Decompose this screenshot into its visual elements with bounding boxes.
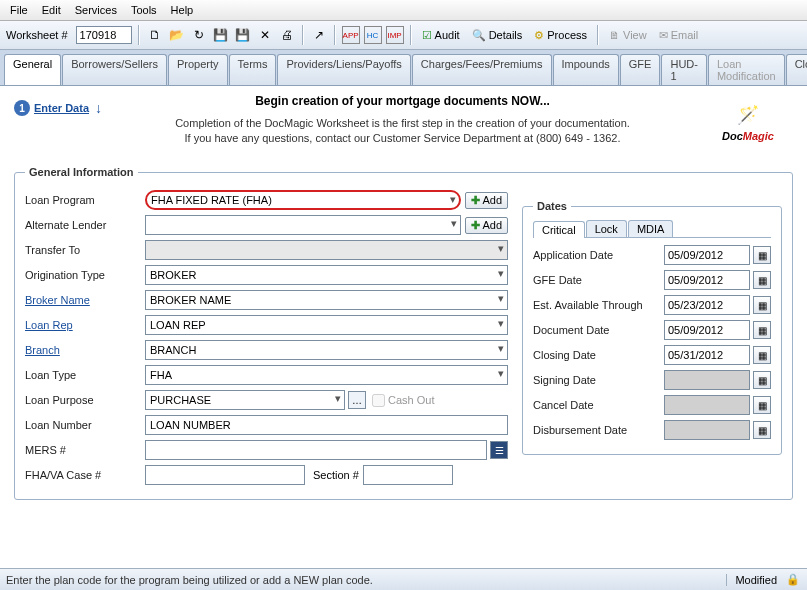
mers-input[interactable] xyxy=(145,440,487,460)
alternate-lender-add-button[interactable]: ✚Add xyxy=(465,217,508,234)
tab-property[interactable]: Property xyxy=(168,54,228,85)
new-icon[interactable]: 🗋 xyxy=(146,26,164,44)
hc-icon[interactable]: HC xyxy=(364,26,382,44)
loan-program-combo[interactable]: FHA FIXED RATE (FHA) xyxy=(145,190,461,210)
loan-program-add-button[interactable]: ✚Add xyxy=(465,192,508,209)
tab-borrowers-sellers[interactable]: Borrowers/Sellers xyxy=(62,54,167,85)
tab-gfe[interactable]: GFE xyxy=(620,54,661,85)
tab-critical[interactable]: Critical xyxy=(533,221,585,238)
calendar-icon[interactable]: ▦ xyxy=(753,371,771,389)
tab-lock[interactable]: Lock xyxy=(586,220,627,237)
calendar-icon[interactable]: ▦ xyxy=(753,421,771,439)
tab-impounds[interactable]: Impounds xyxy=(553,54,619,85)
calendar-icon[interactable]: ▦ xyxy=(753,296,771,314)
audit-button[interactable]: ☑Audit xyxy=(418,28,464,43)
tab-loan-modification: Loan Modification xyxy=(708,54,785,85)
date-value xyxy=(664,420,750,440)
date-row: Application Date05/09/2012▦ xyxy=(533,244,771,266)
menu-edit[interactable]: Edit xyxy=(36,2,67,18)
date-value[interactable]: 05/09/2012 xyxy=(664,320,750,340)
menu-tools[interactable]: Tools xyxy=(125,2,163,18)
menu-services[interactable]: Services xyxy=(69,2,123,18)
branch-link[interactable]: Branch xyxy=(25,344,145,356)
tab-general[interactable]: General xyxy=(4,54,61,85)
alternate-lender-label: Alternate Lender xyxy=(25,219,145,231)
worksheet-input[interactable] xyxy=(76,26,132,44)
arrow-down-icon: ↓ xyxy=(95,100,102,116)
enter-data-link[interactable]: 1 Enter Data ↓ xyxy=(14,100,102,116)
check-icon: ☑ xyxy=(422,29,432,42)
save-icon[interactable]: 💾 xyxy=(212,26,230,44)
transfer-to-combo xyxy=(145,240,508,260)
app-icon[interactable]: APP xyxy=(342,26,360,44)
general-information-fieldset: General Information Loan Program FHA FIX… xyxy=(14,166,793,500)
section-label: Section # xyxy=(313,469,359,481)
email-button[interactable]: ✉Email xyxy=(655,28,703,43)
imp-icon[interactable]: IMP xyxy=(386,26,404,44)
date-row: Signing Date▦ xyxy=(533,369,771,391)
loan-type-label: Loan Type xyxy=(25,369,145,381)
loan-type-combo[interactable]: FHA xyxy=(145,365,508,385)
loan-purpose-label: Loan Purpose xyxy=(25,394,145,406)
broker-name-link[interactable]: Broker Name xyxy=(25,294,145,306)
broker-name-combo[interactable]: BROKER NAME xyxy=(145,290,508,310)
date-label: Signing Date xyxy=(533,374,664,386)
date-row: Cancel Date▦ xyxy=(533,394,771,416)
delete-icon[interactable]: ✕ xyxy=(256,26,274,44)
loan-purpose-combo[interactable]: PURCHASE xyxy=(145,390,345,410)
origination-type-combo[interactable]: BROKER xyxy=(145,265,508,285)
menu-file[interactable]: File xyxy=(4,2,34,18)
doc-icon: 🗎 xyxy=(609,29,620,41)
print-icon[interactable]: 🖨 xyxy=(278,26,296,44)
menu-bar: File Edit Services Tools Help xyxy=(0,0,807,21)
date-value[interactable]: 05/23/2012 xyxy=(664,295,750,315)
loan-rep-combo[interactable]: LOAN REP xyxy=(145,315,508,335)
loan-purpose-detail-button[interactable]: … xyxy=(348,391,366,409)
date-value[interactable]: 05/09/2012 xyxy=(664,270,750,290)
date-value[interactable]: 05/31/2012 xyxy=(664,345,750,365)
loan-number-input[interactable] xyxy=(145,415,508,435)
docmagic-logo: 🪄 DocMagic xyxy=(703,94,793,152)
calendar-icon[interactable]: ▦ xyxy=(753,396,771,414)
fha-case-label: FHA/VA Case # xyxy=(25,469,145,481)
process-button[interactable]: ⚙Process xyxy=(530,28,591,43)
refresh-icon[interactable]: ↻ xyxy=(190,26,208,44)
section-input[interactable] xyxy=(363,465,453,485)
date-row: GFE Date05/09/2012▦ xyxy=(533,269,771,291)
fha-case-input[interactable] xyxy=(145,465,305,485)
tab-charges-fees-premiums[interactable]: Charges/Fees/Premiums xyxy=(412,54,552,85)
view-button[interactable]: 🗎View xyxy=(605,28,651,42)
calendar-icon[interactable]: ▦ xyxy=(753,321,771,339)
tab-providers-liens-payoffs[interactable]: Providers/Liens/Payoffs xyxy=(277,54,410,85)
header-text: Begin creation of your mortgage document… xyxy=(102,94,703,147)
menu-help[interactable]: Help xyxy=(165,2,200,18)
mers-lookup-button[interactable]: ☰ xyxy=(490,441,508,459)
date-value[interactable]: 05/09/2012 xyxy=(664,245,750,265)
lock-icon: 🔒 xyxy=(785,573,801,586)
gear-icon: ⚙ xyxy=(534,29,544,42)
calendar-icon[interactable]: ▦ xyxy=(753,246,771,264)
date-value xyxy=(664,395,750,415)
calendar-icon[interactable]: ▦ xyxy=(753,271,771,289)
loan-rep-link[interactable]: Loan Rep xyxy=(25,319,145,331)
date-row: Document Date05/09/2012▦ xyxy=(533,319,771,341)
date-row: Closing Date05/31/2012▦ xyxy=(533,344,771,366)
tab-hud-1[interactable]: HUD-1 xyxy=(661,54,707,85)
tab-content: 1 Enter Data ↓ Begin creation of your mo… xyxy=(0,86,807,575)
details-button[interactable]: 🔍Details xyxy=(468,28,527,43)
tab-closing[interactable]: Closing xyxy=(786,54,807,85)
mers-label: MERS # xyxy=(25,444,145,456)
plus-icon: ✚ xyxy=(471,194,480,207)
date-value xyxy=(664,370,750,390)
tab-terms[interactable]: Terms xyxy=(229,54,277,85)
branch-combo[interactable]: BRANCH xyxy=(145,340,508,360)
alternate-lender-combo[interactable] xyxy=(145,215,461,235)
tab-mdia[interactable]: MDIA xyxy=(628,220,674,237)
plus-icon: ✚ xyxy=(471,219,480,232)
calendar-icon[interactable]: ▦ xyxy=(753,346,771,364)
open-icon[interactable]: 📂 xyxy=(168,26,186,44)
export-icon[interactable]: ↗ xyxy=(310,26,328,44)
date-label: Cancel Date xyxy=(533,399,664,411)
date-label: Application Date xyxy=(533,249,664,261)
save-as-icon[interactable]: 💾 xyxy=(234,26,252,44)
